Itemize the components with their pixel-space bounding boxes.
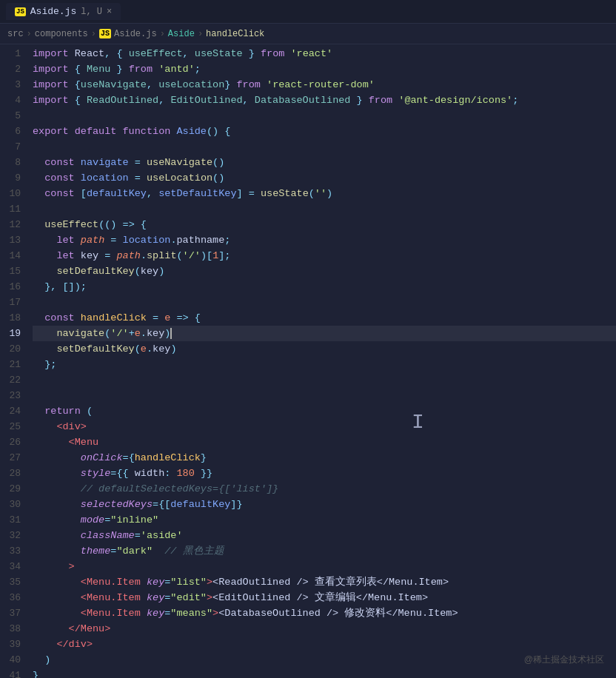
ln-28: 28 <box>6 466 21 481</box>
code-line-22 <box>33 372 616 388</box>
breadcrumb: src › components › JS Aside.js › Aside ›… <box>0 24 616 44</box>
watermark: @稀土掘金技术社区 <box>524 654 604 666</box>
ln-8: 8 <box>6 155 21 170</box>
code-line-10: const [defaultKey, setDefaultKey] = useS… <box>33 186 616 201</box>
ln-41: 41 <box>6 668 21 678</box>
code-line-8: const navigate = useNavigate() <box>33 155 616 170</box>
ln-22: 22 <box>6 372 21 388</box>
ln-7: 7 <box>6 139 21 155</box>
ln-31: 31 <box>6 512 21 528</box>
ln-32: 32 <box>6 528 21 543</box>
code-line-14: let key = path.split('/')[1]; <box>33 248 616 264</box>
code-line-31: mode="inline" <box>33 512 616 528</box>
ln-33: 33 <box>6 543 21 559</box>
bc-sep1: › <box>27 29 32 39</box>
bc-components: components <box>35 29 88 39</box>
ln-25: 25 <box>6 419 21 434</box>
code-line-38: </Menu> <box>33 621 616 637</box>
code-line-3: import {useNavigate, useLocation} from '… <box>33 77 616 93</box>
bc-sep4: › <box>198 29 203 39</box>
ln-27: 27 <box>6 450 21 466</box>
ln-9: 9 <box>6 170 21 186</box>
code-line-25: <div> <box>33 419 616 434</box>
ln-4: 4 <box>6 93 21 108</box>
code-line-9: const location = useLocation() <box>33 170 616 186</box>
code-line-21: }; <box>33 357 616 372</box>
code-line-5 <box>33 108 616 124</box>
code-line-6: export default function Aside() { <box>33 124 616 139</box>
bc-src: src <box>7 29 24 39</box>
title-bar: JS Aside.js l, U × <box>0 0 616 24</box>
ln-3: 3 <box>6 77 21 93</box>
code-line-12: useEffect(() => { <box>33 217 616 232</box>
ln-24: 24 <box>6 403 21 419</box>
ln-15: 15 <box>6 264 21 279</box>
ln-37: 37 <box>6 605 21 621</box>
code-line-41: } <box>33 668 616 678</box>
close-icon[interactable]: × <box>107 7 112 17</box>
ln-18: 18 <box>6 310 21 326</box>
code-line-23 <box>33 388 616 403</box>
code-line-33: theme="dark" // 黑色主题 <box>33 543 616 559</box>
ln-16: 16 <box>6 279 21 295</box>
code-line-37: <Menu.Item key="means"><DatabaseOutlined… <box>33 605 616 621</box>
code-line-4: import { ReadOutlined, EditOutlined, Dat… <box>33 93 616 108</box>
ln-11: 11 <box>6 201 21 217</box>
bc-sep2: › <box>91 29 96 39</box>
bc-component: Aside <box>168 29 195 39</box>
code-line-34: > <box>33 559 616 574</box>
ln-1: 1 <box>6 46 21 61</box>
ln-39: 39 <box>6 637 21 652</box>
ln-29: 29 <box>6 481 21 497</box>
ln-19: 19 <box>6 326 21 341</box>
code-line-20: setDefaultKey(e.key) <box>33 341 616 357</box>
code-line-11 <box>33 201 616 217</box>
ln-12: 12 <box>6 217 21 232</box>
bc-sep3: › <box>160 29 165 39</box>
ln-13: 13 <box>6 232 21 248</box>
ln-6: 6 <box>6 124 21 139</box>
code-line-26: <Menu <box>33 434 616 450</box>
ln-20: 20 <box>6 341 21 357</box>
code-line-24: return ( <box>33 403 616 419</box>
bc-function: handleClick <box>206 29 264 39</box>
code-line-15: setDefaultKey(key) <box>33 264 616 279</box>
tab-modified: l, U <box>81 7 102 17</box>
code-line-32: className='aside' <box>33 528 616 543</box>
code-line-30: selectedKeys={[defaultKey]} <box>33 497 616 512</box>
bc-js-badge: JS <box>99 29 111 38</box>
ln-38: 38 <box>6 621 21 637</box>
code-line-36: <Menu.Item key="edit"><EditOutlined /> 文… <box>33 590 616 605</box>
code-line-35: <Menu.Item key="list"><ReadOutlined /> 查… <box>33 574 616 590</box>
code-line-18: const handleClick = e => { <box>33 310 616 326</box>
ln-35: 35 <box>6 574 21 590</box>
code-line-29: // defaultSelectedKeys={['list']} <box>33 481 616 497</box>
code-line-13: let path = location.pathname; <box>33 232 616 248</box>
code-line-16: }, []); <box>33 279 616 295</box>
ln-5: 5 <box>6 108 21 124</box>
ln-21: 21 <box>6 357 21 372</box>
ln-30: 30 <box>6 497 21 512</box>
ln-36: 36 <box>6 590 21 605</box>
code-line-7 <box>33 139 616 155</box>
code-line-19: navigate('/'+e.key) <box>33 326 616 341</box>
ln-17: 17 <box>6 295 21 310</box>
code-line-28: style={{ width: 180 }} <box>33 466 616 481</box>
tab-label: Aside.js <box>30 6 76 17</box>
code-area: 1 2 3 4 5 6 7 8 9 10 11 12 13 14 15 16 1… <box>0 44 616 678</box>
bc-file: Aside.js <box>114 29 157 39</box>
code-line-2: import { Menu } from 'antd'; <box>33 61 616 77</box>
editor: 1 2 3 4 5 6 7 8 9 10 11 12 13 14 15 16 1… <box>0 44 616 678</box>
code-line-17 <box>33 295 616 310</box>
code-line-1: import React, { useEffect, useState } fr… <box>33 46 616 61</box>
js-badge: JS <box>15 7 26 16</box>
code-line-27: onClick={handleClick} <box>33 450 616 466</box>
line-numbers: 1 2 3 4 5 6 7 8 9 10 11 12 13 14 15 16 1… <box>0 44 27 678</box>
ln-40: 40 <box>6 652 21 668</box>
ln-14: 14 <box>6 248 21 264</box>
code-line-39: </div> <box>33 637 616 652</box>
code-content[interactable]: import React, { useEffect, useState } fr… <box>27 44 616 678</box>
ln-23: 23 <box>6 388 21 403</box>
tab[interactable]: JS Aside.js l, U × <box>6 3 121 20</box>
ln-26: 26 <box>6 434 21 450</box>
